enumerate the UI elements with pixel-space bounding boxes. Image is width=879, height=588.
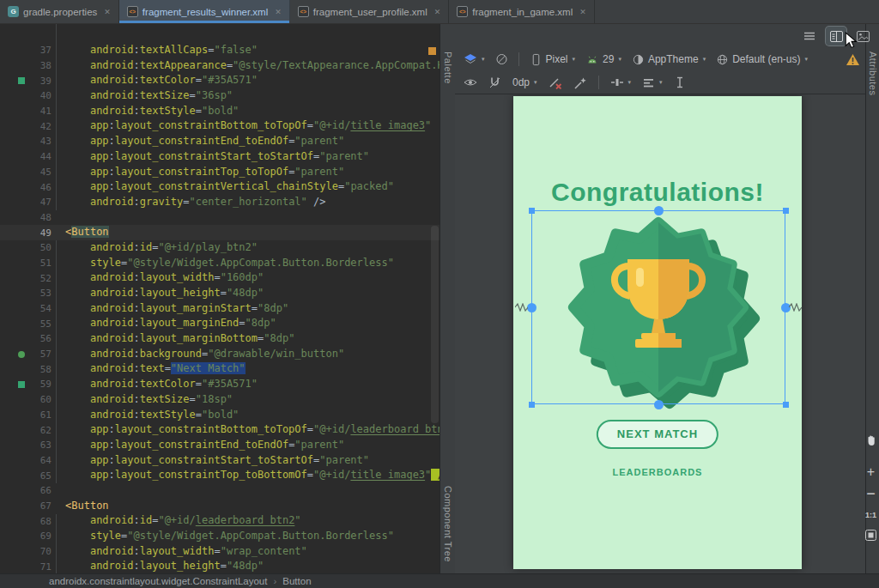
code-line: android:textSize="36sp" — [60, 88, 440, 104]
chevron-down-icon: ▾ — [573, 56, 576, 63]
editor-tab[interactable]: <>fragment_results_winner.xml✕ — [119, 0, 290, 23]
gutter-row: 47 — [0, 195, 60, 210]
line-number: 41 — [30, 106, 52, 117]
close-tab-icon[interactable]: ✕ — [579, 8, 586, 16]
breadcrumb-item[interactable]: androidx.constraintlayout.widget.Constra… — [49, 576, 267, 586]
zoom-out-button[interactable]: − — [866, 488, 876, 500]
line-number: 45 — [30, 167, 52, 178]
constraint-anchor-top[interactable] — [654, 206, 664, 215]
code-line: android:text="Next Match" — [60, 361, 440, 377]
close-tab-icon[interactable]: ✕ — [104, 8, 111, 16]
line-number: 60 — [30, 394, 52, 405]
xml-file-icon: <> — [457, 6, 468, 17]
chevron-down-icon: ▾ — [703, 56, 706, 63]
editor-tab-bar: Ggradle.properties✕<>fragment_results_wi… — [0, 0, 879, 24]
device-preview[interactable]: Congratulations! — [513, 96, 802, 569]
resize-handle-bottom-right[interactable] — [783, 402, 789, 408]
code-line: app:layout_constraintTop_toTopOf="parent… — [60, 165, 440, 180]
code-line: android:id="@+id/leaderboard_btn2" — [60, 513, 440, 529]
align-selector[interactable]: ▾ — [642, 77, 663, 88]
gutter-row: 37 — [0, 43, 60, 58]
gutter-row: 59 — [0, 377, 60, 392]
resize-handle-top-left[interactable] — [529, 208, 535, 214]
theme-selector[interactable]: AppTheme ▾ — [632, 53, 706, 66]
code-line: app:layout_constraintEnd_toEndOf="parent… — [60, 438, 440, 453]
line-number: 62 — [30, 425, 52, 436]
editor-scrollbar[interactable] — [431, 226, 439, 423]
line-number: 44 — [30, 151, 52, 162]
pack-selector[interactable]: ▾ — [610, 76, 632, 88]
breadcrumb-item[interactable]: Button — [282, 576, 311, 586]
pan-hand-icon[interactable] — [864, 433, 878, 447]
gutter-row: 67 — [0, 499, 60, 514]
gutter-row: 62 — [0, 422, 60, 438]
close-tab-icon[interactable]: ✕ — [275, 8, 282, 16]
gutter-row: 48 — [0, 210, 60, 226]
infer-constraints-button[interactable] — [573, 76, 587, 89]
line-number: 61 — [30, 409, 52, 421]
xml-file-icon: <> — [298, 6, 309, 17]
tab-label: fragment_user_profile.xml — [313, 7, 427, 17]
line-number: 58 — [30, 364, 52, 375]
code-line: style="@style/Widget.AppCompat.Button.Bo… — [60, 256, 440, 271]
editor-tab[interactable]: Ggradle.properties✕ — [0, 0, 119, 23]
code-view-icon[interactable] — [799, 27, 820, 45]
blueprint-off-button[interactable] — [495, 53, 508, 65]
line-number: 52 — [30, 273, 52, 284]
gutter-row: 44 — [0, 149, 60, 165]
clear-constraints-button[interactable] — [549, 76, 562, 89]
default-margin-selector[interactable]: 0dp ▾ — [512, 76, 537, 88]
mouse-cursor — [845, 32, 857, 49]
component-tree-tab[interactable]: Component Tree — [443, 486, 453, 562]
split-view-icon[interactable] — [826, 27, 846, 45]
line-number: 46 — [30, 182, 52, 193]
zoom-actual-size-button[interactable]: 1:1 — [865, 511, 876, 519]
gutter-row: 38 — [0, 58, 60, 74]
color-swatch-gutter-icon[interactable] — [18, 381, 25, 388]
line-number: 66 — [30, 485, 52, 496]
warning-stripe-mark[interactable] — [428, 47, 436, 55]
api-level-selector[interactable]: 29 ▾ — [585, 53, 621, 65]
guideline-icon — [674, 76, 686, 88]
design-surface-selector[interactable]: ▾ — [464, 53, 485, 65]
autoconnect-off-button[interactable] — [488, 76, 501, 88]
chevron-down-icon: ▾ — [534, 79, 537, 86]
view-options-button[interactable] — [464, 76, 477, 88]
editor-tab[interactable]: <>fragment_in_game.xml✕ — [449, 0, 595, 23]
tab-label: gradle.properties — [23, 7, 97, 17]
code-lines[interactable]: android:textAllCaps="false" android:text… — [60, 43, 440, 573]
code-editor[interactable]: 3738394041424344454647484950515253545556… — [0, 24, 440, 573]
gutter-row: 57 — [0, 347, 60, 362]
gutter-row: 65 — [0, 468, 60, 483]
code-line: android:textColor="#35A571" — [60, 377, 440, 392]
issues-button[interactable] — [846, 53, 860, 66]
close-tab-icon[interactable]: ✕ — [434, 8, 441, 16]
device-selector[interactable]: Pixel ▾ — [530, 53, 576, 66]
constraint-anchor-left[interactable] — [527, 303, 536, 312]
gutter-row: 55 — [0, 316, 60, 331]
palette-tab[interactable]: Palette — [443, 52, 453, 84]
gutter-row: 54 — [0, 301, 60, 317]
preview-next-match-button[interactable]: NEXT MATCH — [597, 420, 718, 449]
line-number: 37 — [30, 45, 52, 56]
zoom-to-fit-button[interactable] — [864, 529, 877, 542]
constraint-anchor-bottom[interactable] — [654, 400, 664, 409]
selection-bounds[interactable] — [531, 210, 785, 404]
preview-leaderboards-button[interactable]: LEADERBOARDS — [513, 467, 802, 477]
design-canvas[interactable]: Congratulations! — [455, 94, 865, 573]
attributes-tab[interactable]: Attributes — [868, 52, 878, 95]
editor-tab[interactable]: <>fragment_user_profile.xml✕ — [290, 0, 450, 23]
guidelines-button[interactable] — [674, 76, 686, 88]
line-number: 40 — [30, 90, 52, 101]
resize-handle-top-right[interactable] — [783, 208, 789, 214]
breadcrumb: androidx.constraintlayout.widget.Constra… — [0, 573, 879, 588]
zoom-in-button[interactable]: + — [867, 466, 875, 478]
design-left-stripe: Palette Component Tree — [440, 24, 455, 573]
line-number: 53 — [30, 288, 52, 299]
line-number: 56 — [30, 333, 52, 344]
color-swatch-gutter-icon[interactable] — [18, 77, 25, 84]
drawable-preview-gutter-icon[interactable] — [18, 351, 25, 358]
resize-handle-bottom-left[interactable] — [529, 402, 535, 408]
locale-selector[interactable]: Default (en-us) ▾ — [716, 53, 808, 66]
magnet-off-icon — [488, 76, 501, 88]
